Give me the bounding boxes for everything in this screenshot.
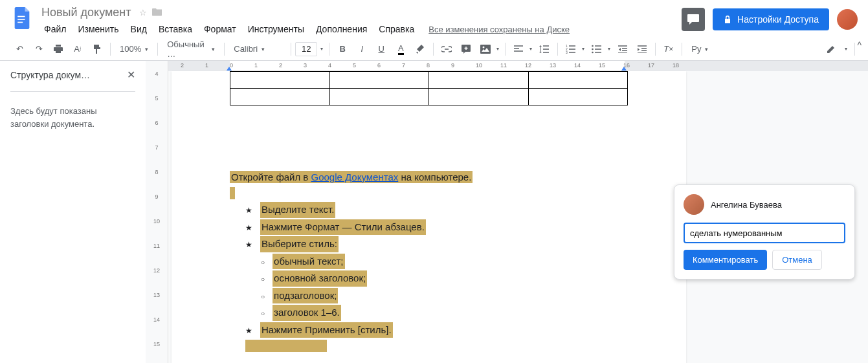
svg-rect-0: [17, 16, 25, 17]
menu-format[interactable]: Формат: [199, 21, 241, 37]
comment-input[interactable]: [684, 223, 845, 243]
svg-point-10: [592, 48, 594, 50]
outline-title: Структура докум…: [10, 70, 90, 80]
vertical-ruler: 4 5 6 7 8 9 10 11 12 13 14 15: [146, 61, 168, 363]
spellcheck-button[interactable]: A⁞: [69, 40, 87, 58]
circle-bullet-icon: [261, 305, 265, 320]
star-bullet-icon: [245, 237, 252, 252]
svg-point-9: [592, 45, 594, 47]
svg-rect-1: [17, 19, 25, 20]
bulleted-list-button[interactable]: [588, 40, 606, 58]
menu-addons[interactable]: Дополнения: [311, 21, 372, 37]
commenter-avatar: [684, 194, 704, 215]
italic-button[interactable]: I: [353, 40, 371, 58]
decrease-indent-button[interactable]: [614, 40, 632, 58]
user-avatar[interactable]: [837, 9, 858, 30]
intro-pre: Откройте файл в: [231, 171, 311, 182]
star-bullet-icon: [245, 203, 252, 217]
circle-bullet-icon: [261, 271, 265, 286]
link-button[interactable]: [438, 40, 456, 58]
numbered-list-dropdown[interactable]: [580, 46, 586, 52]
app-header: Новый документ ☆ Файл Изменить Вид Встав…: [0, 0, 868, 38]
increase-indent-button[interactable]: [633, 40, 651, 58]
sub-4: заголовок 1–6.: [273, 305, 341, 321]
folder-icon[interactable]: [152, 7, 162, 18]
menu-file[interactable]: Файл: [39, 21, 71, 37]
sub-2: основной заголовок;: [273, 270, 367, 287]
menu-bar: Файл Изменить Вид Вставка Формат Инструм…: [39, 21, 682, 38]
input-tools-button[interactable]: Ру: [686, 41, 706, 57]
menu-view[interactable]: Вид: [126, 21, 152, 37]
doc-title[interactable]: Новый документ: [39, 5, 134, 21]
svg-point-5: [483, 46, 485, 48]
comment-popup: Ангелина Буваева Комментировать Отмена: [674, 184, 855, 280]
paint-format-button[interactable]: [88, 40, 106, 58]
circle-bullet-icon: [261, 289, 265, 303]
align-button[interactable]: [509, 40, 528, 58]
print-button[interactable]: [49, 40, 67, 58]
collapse-toolbar-icon[interactable]: ^: [857, 40, 862, 50]
svg-text:3: 3: [566, 50, 568, 54]
clear-format-button[interactable]: T✕: [660, 40, 678, 58]
bold-button[interactable]: B: [333, 40, 351, 58]
outline-empty-text: Здесь будут показаны заголовки документа…: [10, 105, 135, 130]
document-table[interactable]: [230, 71, 628, 105]
star-bullet-icon: [245, 220, 252, 235]
comments-button[interactable]: [682, 8, 705, 31]
font-select[interactable]: Calibri: [228, 41, 287, 57]
text-color-button[interactable]: A: [392, 40, 410, 58]
star-bullet-icon: [245, 323, 252, 338]
document-page[interactable]: Откройте файл в Google Документах на ком…: [172, 71, 686, 363]
outline-close-icon[interactable]: ✕: [127, 69, 135, 81]
menu-edit[interactable]: Изменить: [72, 21, 124, 37]
highlight-button[interactable]: [411, 40, 429, 58]
lock-icon: [723, 15, 732, 24]
svg-point-11: [592, 51, 594, 53]
zoom-select[interactable]: 100%: [115, 41, 153, 57]
save-status[interactable]: Все изменения сохранены на Диске: [428, 25, 570, 34]
align-dropdown[interactable]: [528, 46, 534, 52]
document-content[interactable]: Откройте файл в Google Документах на ком…: [230, 170, 628, 354]
share-button[interactable]: Настройки Доступа: [713, 8, 829, 30]
numbered-list-button[interactable]: 123: [562, 40, 580, 58]
title-area: Новый документ ☆ Файл Изменить Вид Встав…: [39, 4, 682, 38]
sub-3: подзаголовок;: [273, 288, 338, 304]
google-docs-link[interactable]: Google Документах: [311, 171, 399, 182]
outline-sidebar: Структура докум… ✕ Здесь будут показаны …: [0, 61, 146, 363]
insert-image-button[interactable]: [476, 40, 495, 58]
bullet-1: Выделите текст.: [260, 202, 335, 218]
menu-help[interactable]: Справка: [373, 21, 419, 37]
toolbar: ↶ ↷ A⁞ 100% Обычный … Calibri 12 B I U A…: [0, 38, 868, 61]
comment-submit-button[interactable]: Комментировать: [684, 250, 767, 270]
editing-mode-button[interactable]: [822, 40, 840, 58]
font-size-dropdown[interactable]: [318, 46, 325, 52]
undo-button[interactable]: ↶: [10, 40, 28, 58]
docs-logo[interactable]: [10, 6, 34, 30]
intro-post: на компьютере.: [398, 171, 471, 182]
editing-mode-dropdown[interactable]: [843, 46, 849, 52]
bullet-3: Выберите стиль:: [260, 236, 339, 252]
underline-button[interactable]: U: [372, 40, 390, 58]
image-dropdown[interactable]: [495, 46, 501, 52]
menu-insert[interactable]: Вставка: [153, 21, 197, 37]
svg-rect-4: [480, 45, 491, 54]
bullet-4: Нажмите Применить [стиль].: [260, 322, 393, 338]
line-spacing-button[interactable]: [535, 40, 553, 58]
bulleted-list-dropdown[interactable]: [606, 46, 612, 52]
add-comment-button[interactable]: [457, 40, 475, 58]
style-select[interactable]: Обычный …: [162, 41, 220, 57]
circle-bullet-icon: [261, 254, 265, 269]
menu-tools[interactable]: Инструменты: [243, 21, 309, 37]
horizontal-ruler[interactable]: 210123456789101112131415161718: [168, 61, 868, 71]
redo-button[interactable]: ↷: [30, 40, 48, 58]
svg-rect-2: [17, 22, 23, 23]
sub-1: обычный текст;: [273, 254, 344, 270]
bullet-2: Нажмите Формат — Стили абзацев.: [260, 219, 426, 236]
star-icon[interactable]: ☆: [139, 8, 147, 17]
share-label: Настройки Доступа: [737, 14, 819, 25]
commenter-name: Ангелина Буваева: [711, 200, 782, 210]
font-size-input[interactable]: 12: [295, 42, 317, 56]
comment-cancel-button[interactable]: Отмена: [772, 250, 822, 270]
